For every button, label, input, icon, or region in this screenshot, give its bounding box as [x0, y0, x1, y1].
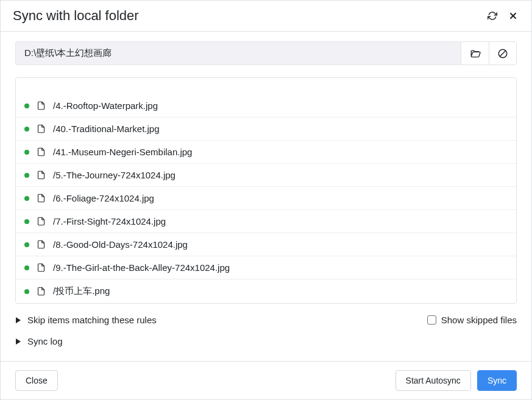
file-list-container: /4.-Rooftop-Waterpark.jpg/40.-Traditiona…	[15, 77, 517, 304]
status-dot-icon	[24, 150, 29, 155]
file-item[interactable]: /8.-Good-Old-Days-724x1024.jpg	[16, 233, 516, 256]
status-dot-icon	[24, 219, 29, 224]
file-item[interactable]: /4.-Rooftop-Waterpark.jpg	[16, 94, 516, 118]
file-icon	[37, 286, 46, 296]
file-item[interactable]: /投币上车.png	[16, 279, 516, 303]
file-name: /9.-The-Girl-at-the-Back-Alley-724x1024.…	[53, 262, 230, 273]
status-dot-icon	[24, 173, 29, 178]
file-name: /8.-Good-Old-Days-724x1024.jpg	[53, 239, 188, 250]
checkbox-box	[427, 315, 436, 325]
file-item[interactable]: /7.-First-Sight-724x1024.jpg	[16, 210, 516, 233]
refresh-icon	[488, 11, 497, 21]
dialog-body: /4.-Rooftop-Waterpark.jpg/40.-Traditiona…	[1, 31, 531, 362]
sync-log-toggle[interactable]: Sync log	[15, 336, 517, 346]
svg-marker-4	[16, 317, 21, 323]
skip-rules-label: Skip items matching these rules	[27, 315, 157, 325]
sync-dialog: Sync with local folder /4.-Rooftop-Water…	[0, 0, 532, 400]
close-icon	[508, 11, 518, 21]
header-actions	[486, 10, 519, 22]
options-row: Skip items matching these rules Show ski…	[15, 315, 517, 325]
sync-button[interactable]: Sync	[477, 370, 517, 391]
scroll-filler	[16, 78, 516, 94]
cancel-icon	[497, 48, 508, 59]
file-icon	[37, 193, 46, 203]
caret-right-icon	[15, 317, 21, 324]
file-item[interactable]: /41.-Museum-Negeri-Sembilan.jpg	[16, 141, 516, 164]
file-icon	[37, 262, 46, 273]
show-skipped-label: Show skipped files	[441, 315, 517, 325]
file-name: /投币上车.png	[53, 286, 110, 297]
path-row	[15, 41, 517, 65]
file-item[interactable]: /5.-The-Journey-724x1024.jpg	[16, 164, 516, 187]
file-icon	[37, 239, 46, 250]
folder-path-input[interactable]	[15, 41, 461, 65]
file-icon	[37, 147, 46, 157]
sync-log-label: Sync log	[27, 336, 63, 346]
skip-rules-toggle[interactable]: Skip items matching these rules	[15, 315, 157, 325]
file-item[interactable]: /6.-Foliage-724x1024.jpg	[16, 187, 516, 210]
svg-marker-5	[16, 339, 21, 345]
sync-log-row: Sync log	[15, 336, 517, 346]
close-x-button[interactable]	[507, 10, 519, 22]
status-dot-icon	[24, 265, 29, 270]
file-name: /5.-The-Journey-724x1024.jpg	[53, 170, 176, 180]
file-name: /6.-Foliage-724x1024.jpg	[53, 193, 154, 203]
file-name: /4.-Rooftop-Waterpark.jpg	[53, 100, 158, 111]
status-dot-icon	[24, 127, 29, 132]
file-item[interactable]: /9.-The-Girl-at-the-Back-Alley-724x1024.…	[16, 256, 516, 279]
file-icon	[37, 170, 46, 180]
close-button[interactable]: Close	[15, 370, 58, 391]
status-dot-icon	[24, 289, 29, 294]
file-list[interactable]: /4.-Rooftop-Waterpark.jpg/40.-Traditiona…	[16, 78, 516, 303]
footer-right: Start Autosync Sync	[395, 370, 517, 391]
svg-line-3	[500, 51, 506, 56]
file-icon	[37, 124, 46, 134]
dialog-title: Sync with local folder	[13, 8, 139, 24]
start-autosync-button[interactable]: Start Autosync	[395, 370, 471, 391]
dialog-footer: Close Start Autosync Sync	[1, 362, 531, 399]
status-dot-icon	[24, 196, 29, 201]
file-name: /41.-Museum-Negeri-Sembilan.jpg	[53, 147, 192, 157]
caret-right-icon	[15, 338, 21, 345]
dialog-header: Sync with local folder	[1, 1, 531, 31]
file-icon	[37, 100, 46, 111]
clear-path-button[interactable]	[489, 41, 517, 65]
status-dot-icon	[24, 104, 29, 108]
refresh-button[interactable]	[486, 10, 498, 22]
browse-folder-button[interactable]	[461, 41, 489, 65]
file-item[interactable]: /40.-Traditional-Market.jpg	[16, 118, 516, 141]
status-dot-icon	[24, 242, 29, 247]
folder-open-icon	[470, 48, 481, 59]
file-icon	[37, 216, 46, 226]
file-name: /7.-First-Sight-724x1024.jpg	[53, 216, 166, 226]
file-name: /40.-Traditional-Market.jpg	[53, 124, 160, 134]
show-skipped-checkbox[interactable]: Show skipped files	[427, 315, 517, 325]
